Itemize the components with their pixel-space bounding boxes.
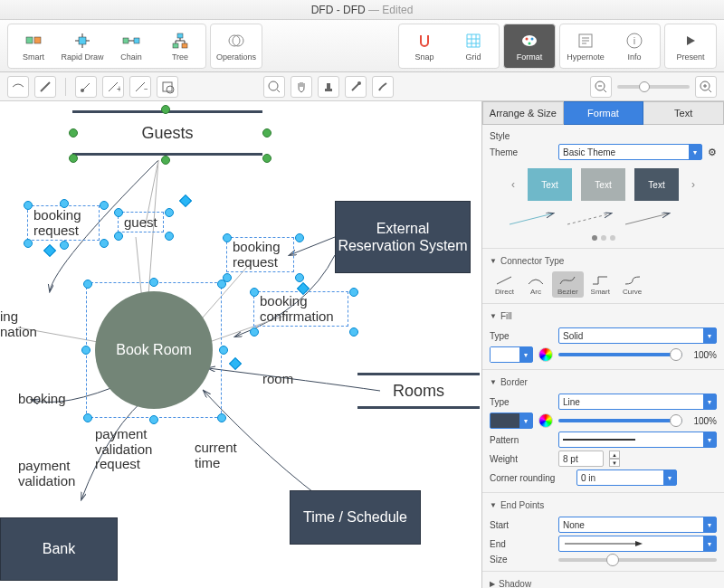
end-endpoint-select[interactable]: ▾ [558, 536, 717, 552]
label-current-time[interactable]: current time [195, 441, 258, 470]
label-booking[interactable]: booking [18, 391, 66, 406]
svg-rect-0 [26, 37, 33, 43]
tab-text[interactable]: Text [643, 101, 724, 125]
main-toolbar: Smart Rapid Draw Chain Tree Operations S… [0, 20, 724, 72]
guests-entity[interactable]: Guests [72, 110, 262, 156]
line-style-1[interactable] [508, 210, 557, 228]
svg-line-48 [567, 213, 611, 224]
present-button[interactable]: Present [667, 26, 714, 66]
swatch-prev[interactable]: ‹ [508, 178, 519, 191]
svg-rect-10 [177, 33, 183, 38]
svg-line-42 [604, 90, 606, 92]
theme-swatch-3[interactable]: Text [634, 168, 679, 201]
border-pattern-select[interactable]: ▾ [558, 432, 717, 448]
border-color-wheel[interactable] [538, 413, 553, 428]
external-reservation-node[interactable]: External Reservation System [335, 201, 471, 273]
border-weight-input[interactable]: 8 pt [558, 450, 604, 467]
eyedropper-tool[interactable] [345, 76, 367, 98]
connector-bezier[interactable]: Bezier [552, 271, 584, 298]
fill-color-wheel[interactable] [538, 347, 553, 362]
pen-tool[interactable] [34, 76, 56, 98]
lasso-tool[interactable] [7, 76, 29, 98]
shadow-section[interactable]: ▶Shadow [490, 575, 717, 588]
window-titlebar: DFD - DFD — Edited [0, 0, 724, 20]
inspector-panel: Arrange & Size Format Text Style Theme B… [481, 101, 724, 588]
label-payment-validation-request[interactable]: payment validation request [95, 427, 176, 472]
fill-type-select[interactable]: Solid▾ [558, 327, 717, 344]
zoom-in-button[interactable] [695, 76, 717, 98]
connector-type-section[interactable]: ▼Connector Type [490, 252, 717, 270]
svg-marker-29 [687, 36, 695, 45]
endpoint-size-slider[interactable] [558, 558, 717, 562]
svg-line-49 [625, 213, 669, 224]
remove-point-tool[interactable]: − [129, 76, 151, 98]
fill-opacity-slider[interactable] [558, 353, 682, 356]
tab-arrange[interactable]: Arrange & Size [482, 101, 564, 125]
connector-curve[interactable]: Curve [617, 271, 647, 298]
rapid-draw-button[interactable]: Rapid Draw [59, 26, 106, 66]
border-section[interactable]: ▼Border [490, 374, 717, 391]
zoom-slider[interactable] [617, 85, 690, 89]
label-booking-request-2[interactable]: booking request [226, 237, 294, 272]
border-type-select[interactable]: Line▾ [558, 394, 717, 410]
brush-tool[interactable] [372, 76, 394, 98]
snap-button[interactable]: Snap [401, 26, 448, 66]
line-style-2[interactable] [566, 210, 614, 228]
tree-button[interactable]: Tree [157, 26, 204, 66]
connector-direct[interactable]: Direct [490, 271, 519, 298]
anchor-tool[interactable] [75, 76, 97, 98]
svg-rect-7 [123, 38, 129, 43]
format-panel-button[interactable]: Format [506, 26, 553, 66]
zoom-out-button[interactable] [590, 76, 612, 98]
border-color-chip[interactable]: ▾ [490, 413, 533, 429]
svg-rect-1 [34, 37, 41, 43]
svg-point-34 [167, 86, 174, 93]
svg-line-50 [497, 277, 511, 284]
swatch-next[interactable]: › [688, 178, 699, 191]
theme-swatch-2[interactable]: Text [581, 168, 625, 201]
smart-button[interactable]: Smart [10, 26, 57, 66]
hand-tool[interactable] [291, 76, 312, 98]
theme-swatch-1[interactable]: Text [528, 168, 572, 201]
theme-settings-icon[interactable]: ⚙ [708, 147, 717, 158]
rooms-entity[interactable]: Rooms [357, 373, 480, 409]
stamp-tool[interactable] [318, 76, 339, 98]
operations-button[interactable]: Operations [213, 26, 260, 66]
svg-text:i: i [634, 35, 635, 46]
theme-select[interactable]: Basic Theme▾ [558, 144, 702, 160]
svg-rect-38 [327, 83, 330, 89]
label-partial[interactable]: ing nation [0, 309, 45, 339]
label-payment-validation[interactable]: payment validation [18, 459, 100, 488]
svg-point-39 [357, 81, 361, 85]
fill-section[interactable]: ▼Fill [490, 308, 717, 325]
connector-arc[interactable]: Arc [521, 271, 550, 298]
magnify-tool[interactable] [263, 76, 285, 98]
bank-node[interactable]: Bank [0, 517, 118, 581]
tab-format[interactable]: Format [564, 101, 644, 125]
canvas[interactable]: Guests External Reservation System Rooms… [0, 101, 481, 588]
line-style-3[interactable] [624, 210, 672, 228]
weight-stepper[interactable]: ▲▼ [609, 450, 620, 467]
fill-color-chip[interactable]: ▾ [490, 346, 533, 363]
hypernote-button[interactable]: Hypernote [562, 26, 609, 66]
svg-rect-2 [79, 37, 86, 44]
svg-rect-37 [325, 89, 332, 91]
svg-point-22 [529, 42, 531, 44]
time-schedule-node[interactable]: Time / Schedule [290, 490, 421, 545]
chain-button[interactable]: Chain [108, 26, 155, 66]
connector-smart[interactable]: Smart [586, 271, 615, 298]
label-guest[interactable]: guest [118, 212, 164, 232]
grid-button[interactable]: Grid [450, 26, 497, 66]
border-opacity-slider[interactable] [558, 419, 682, 422]
corner-rounding-select[interactable]: 0 in▾ [576, 469, 677, 486]
shape-tool[interactable] [157, 76, 178, 98]
info-button[interactable]: iInfo [611, 26, 658, 66]
label-booking-request-1[interactable]: booking request [27, 205, 100, 241]
label-room[interactable]: room [262, 371, 293, 386]
add-point-tool[interactable]: + [102, 76, 124, 98]
start-endpoint-select[interactable]: None▾ [558, 517, 717, 533]
svg-line-46 [709, 90, 711, 92]
endpoints-section[interactable]: ▼End Points [490, 497, 717, 514]
svg-rect-8 [134, 38, 139, 43]
label-booking-confirmation[interactable]: booking confirmation [253, 291, 348, 327]
